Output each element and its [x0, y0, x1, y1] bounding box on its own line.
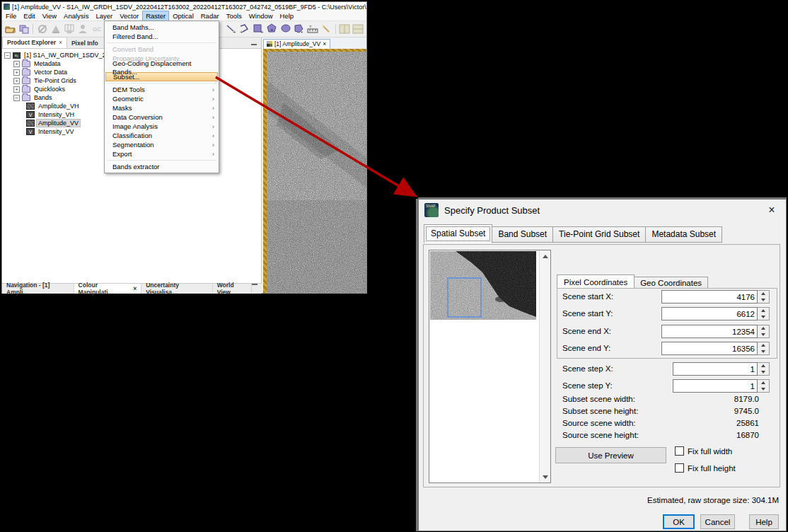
menu-item-classification[interactable]: Classification› [105, 131, 219, 140]
scroll-down-icon[interactable] [540, 471, 551, 482]
scene-end-y-spinner[interactable] [758, 342, 770, 355]
line-tool-icon[interactable]: + [225, 23, 237, 35]
close-tab-icon[interactable]: × [323, 40, 326, 47]
user-session-icon[interactable] [77, 23, 89, 35]
open-product-icon[interactable] [4, 23, 16, 35]
polyline-tool-icon[interactable]: + [239, 23, 251, 35]
menu-help[interactable]: Help [277, 11, 298, 21]
folder-open-icon [22, 95, 30, 101]
expand-handle-icon[interactable]: + [13, 69, 20, 76]
ellipse-tool-icon[interactable] [279, 23, 291, 35]
scene-end-y-input[interactable] [661, 342, 758, 355]
tab-amplitude-vv-view[interactable]: [1] Amplitude_VV × [263, 39, 330, 49]
scene-start-x-spinner[interactable] [758, 290, 770, 303]
menu-layer[interactable]: Layer [92, 11, 116, 21]
menu-tools[interactable]: Tools [223, 11, 245, 21]
close-tab-icon[interactable]: × [133, 285, 137, 292]
tab-metadata-subset[interactable]: Metadata Subset [646, 226, 722, 243]
menu-file[interactable]: File [2, 11, 20, 21]
menu-analysis[interactable]: Analysis [60, 11, 92, 21]
scene-step-y-input[interactable] [673, 379, 758, 393]
expand-handle-icon[interactable]: + [13, 86, 20, 93]
menu-item-filtered-band[interactable]: Filtered Band... [105, 32, 219, 41]
menu-item-dem-tools[interactable]: DEM Tools› [105, 85, 219, 94]
help-button[interactable]: Help [749, 514, 779, 529]
scene-end-x-spinner[interactable] [758, 325, 770, 338]
submenu-arrow-icon: › [212, 113, 214, 122]
scroll-up-icon[interactable] [540, 250, 551, 262]
menu-item-segmentation[interactable]: Segmentation› [105, 140, 219, 149]
fix-full-width-checkbox[interactable] [675, 446, 684, 456]
polygon-tool-icon[interactable]: + [266, 23, 278, 35]
menu-edit[interactable]: Edit [20, 11, 38, 21]
menu-item-bands-extractor[interactable]: Bands extractor [105, 162, 219, 171]
menu-vector[interactable]: Vector [116, 11, 142, 21]
scene-step-y-spinner[interactable] [758, 379, 770, 393]
menu-view[interactable]: View [39, 11, 60, 21]
band-icon [26, 103, 35, 110]
fix-full-height-checkbox[interactable] [675, 463, 684, 473]
source-scene-height-value: 16870 [736, 431, 759, 439]
expand-handle-icon[interactable]: + [13, 78, 20, 84]
sync-cursor-icon[interactable] [50, 23, 62, 35]
menu-item-image-analysis[interactable]: Image Analysis› [105, 122, 219, 131]
sar-image-canvas[interactable] [263, 49, 366, 293]
tab-spatial-subset[interactable]: Spatial Subset [424, 224, 492, 243]
menu-raster[interactable]: Raster [142, 11, 169, 21]
tile-split-icon[interactable] [352, 23, 364, 35]
measure-tool-icon[interactable]: ? [306, 23, 318, 35]
tile-single-icon[interactable] [339, 23, 351, 35]
folder-icon [22, 78, 30, 84]
menu-bar: File Edit View Analysis Layer Vector Ras… [2, 11, 366, 21]
collapse-handle-icon[interactable]: − [13, 95, 20, 101]
scene-step-x-input[interactable] [673, 362, 758, 376]
band-thumb-icon [267, 41, 272, 47]
menu-optical[interactable]: Optical [169, 11, 197, 21]
snap-dialog-icon: SNAP [424, 203, 439, 217]
tab-product-explorer[interactable]: Product Explorer × [2, 37, 67, 48]
tab-tie-point-grid-subset[interactable]: Tie-Point Grid Subset [553, 226, 646, 243]
grid-eye-icon[interactable] [64, 23, 76, 35]
window-title: [1] Amplitude_VV - S1A_IW_GRDH_1SDV_2022… [12, 4, 366, 11]
expand-handle-icon[interactable]: + [13, 61, 20, 67]
menu-item-export[interactable]: Export› [105, 149, 219, 158]
preview-scrollbar[interactable] [539, 250, 550, 482]
minimize-dock-icon[interactable] [251, 44, 257, 45]
ok-button[interactable]: OK [663, 514, 695, 529]
tab-pixel-info[interactable]: Pixel Info [67, 38, 103, 48]
gcp-manager-icon[interactable]: GC [91, 23, 103, 35]
copy-product-icon[interactable] [18, 23, 30, 35]
tab-uncertainty-visualisation[interactable]: Uncertainty Visualisa... [141, 284, 212, 294]
menu-item-data-conversion[interactable]: Data Conversion› [105, 112, 219, 122]
menu-radar[interactable]: Radar [197, 11, 223, 21]
scene-step-x-spinner[interactable] [758, 362, 770, 376]
menu-item-band-maths[interactable]: Band Maths... [105, 23, 219, 32]
magic-wand-icon[interactable] [320, 23, 332, 35]
menu-window[interactable]: Window [245, 11, 277, 21]
close-tab-icon[interactable]: × [59, 39, 62, 46]
close-dialog-icon[interactable]: × [758, 200, 786, 220]
band-icon [26, 120, 35, 127]
scene-start-y-spinner[interactable] [758, 307, 770, 320]
rectangle-tool-icon[interactable]: + [253, 23, 265, 35]
scene-start-y-input[interactable] [661, 307, 758, 320]
sync-views-icon[interactable] [36, 23, 48, 35]
menu-item-geocoding-displacement-bands[interactable]: Geo-Coding Displacement Bands... [105, 63, 219, 72]
tab-colour-manipulation[interactable]: Colour Manipulati... × [74, 284, 142, 294]
tab-world-view[interactable]: World View [213, 284, 253, 294]
polygon-star-tool-icon[interactable]: * [293, 23, 305, 35]
menu-item-geometric[interactable]: Geometric› [105, 94, 219, 103]
tab-band-subset[interactable]: Band Subset [492, 226, 553, 243]
scene-start-x-input[interactable] [661, 290, 758, 303]
menu-item-masks[interactable]: Masks› [105, 103, 219, 112]
svg-text:+: + [270, 27, 274, 33]
raster-dropdown-menu: Band Maths... Filtered Band... Convert B… [104, 21, 219, 173]
scene-end-x-input[interactable] [661, 325, 758, 338]
cancel-button[interactable]: Cancel [700, 514, 735, 529]
minimize-dock-icon[interactable] [252, 284, 257, 285]
spatial-subset-panel: Pixel Coordinates Geo Coordinates Scene … [423, 244, 780, 487]
tab-navigation[interactable]: Navigation - [1] Ampli... [2, 284, 74, 294]
preview-thumbnail[interactable] [430, 251, 536, 320]
collapse-handle-icon[interactable]: − [4, 52, 11, 59]
use-preview-button[interactable]: Use Preview [555, 447, 666, 463]
